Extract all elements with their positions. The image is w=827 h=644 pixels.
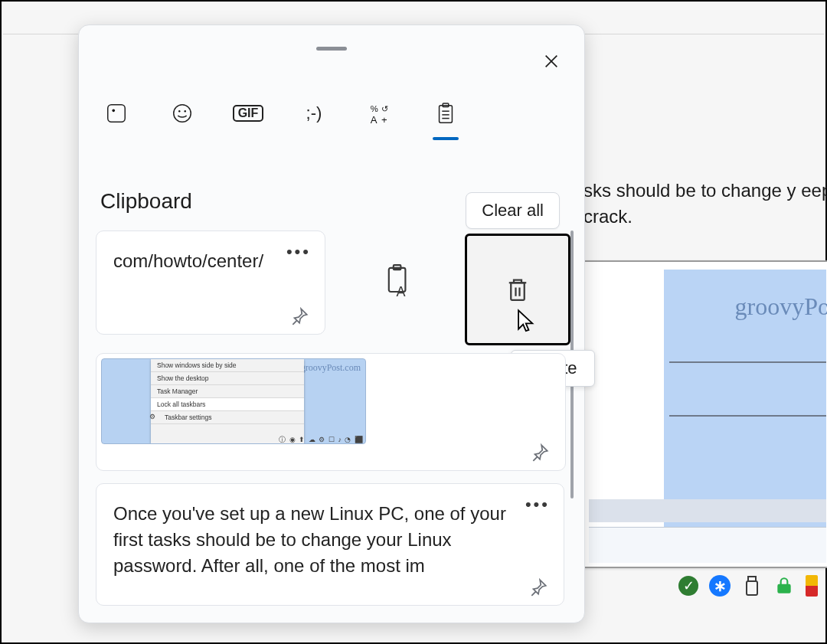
item-more-button[interactable]: ••• (286, 239, 311, 265)
svg-rect-4 (108, 105, 126, 123)
thumb-menu-row: Lock all taskbars (151, 398, 304, 411)
tab-symbols[interactable]: % ↺ A + (362, 96, 397, 131)
symbols-icon: % ↺ A + (368, 102, 391, 125)
system-tray: ✓ ∗ (678, 575, 818, 597)
trash-icon (502, 274, 533, 305)
thumb-menu-row: ⚙Taskbar settings (151, 411, 304, 424)
emoji-icon (171, 102, 194, 125)
drag-grip[interactable] (316, 47, 347, 51)
clipboard-icon (434, 102, 457, 125)
thumb-menu-row: Show windows side by side (151, 359, 304, 372)
section-title: Clipboard (100, 189, 192, 214)
tab-clipboard[interactable] (428, 96, 463, 131)
pin-icon (530, 443, 550, 463)
background-article-text: sks should be to change y eeping your co… (583, 178, 827, 230)
thumb-menu-row: Show the desktop (151, 372, 304, 385)
stickers-icon (105, 102, 128, 125)
app-icon[interactable] (806, 575, 818, 597)
svg-text:+: + (381, 114, 387, 125)
emoji-clipboard-panel: GIF ;-) % ↺ A + Clipboard Clear all com/ (78, 25, 585, 623)
pin-button[interactable] (527, 576, 550, 599)
clear-all-button[interactable]: Clear all (466, 192, 560, 229)
panel-tabs: GIF ;-) % ↺ A + (99, 96, 463, 131)
paste-as-text-button[interactable]: A (338, 230, 460, 335)
thumb-menu-row: Task Manager (151, 385, 304, 398)
clipboard-item-text[interactable]: com/howto/center/ ••• (96, 230, 325, 335)
delete-button[interactable] (465, 234, 570, 345)
svg-text:A: A (371, 114, 378, 125)
svg-rect-20 (511, 283, 525, 300)
tab-kaomoji[interactable]: ;-) (296, 96, 332, 131)
svg-point-5 (174, 105, 191, 123)
thumb-tray-icons: ⓘ ◉ ⬆ ☁ ⚙ ☐ ♪ ◔ ⬛ (279, 435, 364, 444)
clipboard-item-text-content: Once you've set up a new Linux PC, one o… (113, 503, 506, 576)
thumb-brand-text: groovyPost.com (301, 362, 361, 374)
svg-rect-12 (440, 106, 453, 123)
tab-gif[interactable]: GIF (230, 96, 266, 131)
tab-emoji[interactable] (165, 96, 200, 131)
pin-button[interactable] (288, 305, 311, 328)
close-button[interactable] (535, 45, 567, 77)
clipboard-item-text[interactable]: Once you've set up a new Linux PC, one o… (96, 483, 564, 606)
kaomoji-label: ;-) (306, 103, 322, 123)
clipboard-image-thumbnail: groovyPost.com Show windows side by side… (101, 358, 366, 444)
clipboard-item-text-content: com/howto/center/ (113, 250, 263, 271)
background-brand-text: groovyPo (735, 293, 827, 321)
svg-text:A: A (396, 284, 405, 299)
close-icon (543, 53, 560, 70)
paste-as-text-icon: A (381, 264, 417, 301)
item-more-button[interactable]: ••• (525, 492, 550, 518)
clipboard-item-image[interactable]: groovyPost.com Show windows side by side… (96, 353, 566, 471)
svg-text:↺: ↺ (381, 104, 388, 113)
thumb-context-menu: Show windows side by side Show the deskt… (151, 359, 304, 443)
background-image-preview: groovyPo (583, 260, 827, 568)
pin-icon (528, 577, 548, 597)
tab-stickers[interactable] (99, 96, 134, 131)
security-shield-icon[interactable]: ✓ (678, 576, 698, 596)
pin-icon (289, 306, 309, 326)
bluetooth-icon[interactable]: ∗ (709, 575, 731, 597)
pin-button[interactable] (528, 441, 551, 464)
svg-text:%: % (371, 104, 378, 113)
svg-rect-1 (747, 581, 757, 595)
svg-point-6 (178, 110, 180, 112)
lock-icon[interactable] (773, 575, 795, 597)
svg-point-7 (185, 110, 186, 112)
gif-label: GIF (233, 105, 264, 122)
usb-eject-icon[interactable] (741, 575, 763, 597)
